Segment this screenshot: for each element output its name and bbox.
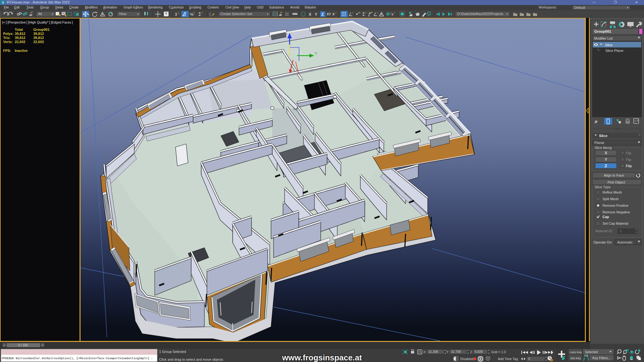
svg-text:?: ? xyxy=(193,11,195,14)
svg-text:?: ? xyxy=(178,12,179,15)
svg-text:X: X xyxy=(332,13,335,16)
svg-text:>: > xyxy=(42,344,43,347)
svg-text:?: ? xyxy=(201,11,203,14)
svg-text:1: 1 xyxy=(620,229,622,233)
svg-text:3: 3 xyxy=(2,1,4,4)
svg-text:?: ? xyxy=(394,12,395,14)
svg-text:?: ? xyxy=(365,11,367,14)
svg-text:?: ? xyxy=(335,12,336,15)
svg-text:Grid = 1.0: Grid = 1.0 xyxy=(491,350,506,354)
svg-text:Key Filters...: Key Filters... xyxy=(592,356,611,360)
svg-text:Y: Y xyxy=(605,157,607,162)
svg-text:3: 3 xyxy=(175,12,177,17)
svg-text:X:: X: xyxy=(423,350,426,354)
svg-text:Pick Object: Pick Object xyxy=(608,180,625,184)
svg-text:www.frogsinspace.at: www.frogsinspace.at xyxy=(282,353,362,362)
svg-text:Auto Key: Auto Key xyxy=(570,350,582,354)
svg-text:Flip: Flip xyxy=(626,164,632,168)
svg-text:PPDEBUG NitrousHandler.SetNitr: PPDEBUG NitrousHandler.SetNitrousOption(… xyxy=(2,357,153,360)
svg-text:Material ID:: Material ID: xyxy=(595,229,613,233)
svg-text:Z: Z xyxy=(291,30,292,34)
svg-text:<: < xyxy=(3,344,5,347)
svg-text:Remove Positive: Remove Positive xyxy=(602,204,629,207)
svg-text:Slice Type: Slice Type xyxy=(595,185,611,189)
svg-text:X: X xyxy=(309,12,311,17)
svg-text:Slice: Slice xyxy=(599,134,608,138)
svg-text:Y:: Y: xyxy=(446,350,449,354)
svg-text:{: { xyxy=(209,12,211,16)
svg-text:Slice Along: Slice Along xyxy=(595,146,612,150)
svg-text:Add Time Tag: Add Time Tag xyxy=(498,357,518,361)
svg-text:1 Group Selected: 1 Group Selected xyxy=(159,350,186,354)
svg-text:X: X xyxy=(605,151,607,155)
svg-text:Set Cap Material: Set Cap Material xyxy=(602,222,628,225)
svg-text:Disabled:: Disabled: xyxy=(460,357,474,361)
svg-text:Flip: Flip xyxy=(626,151,631,155)
svg-text:Cap: Cap xyxy=(602,215,609,219)
svg-text:Align to Face: Align to Face xyxy=(604,173,624,177)
svg-text:Automatic: Automatic xyxy=(617,240,633,244)
svg-text:?: ? xyxy=(359,11,361,14)
svg-text:Flip: Flip xyxy=(626,158,631,162)
svg-text:x: x xyxy=(391,13,393,16)
svg-text:5.828: 5.828 xyxy=(475,350,483,354)
svg-text:?: ? xyxy=(352,12,353,14)
svg-text:Modifier List: Modifier List xyxy=(594,36,613,40)
svg-text:Planar: Planar xyxy=(594,141,604,145)
svg-text:?: ? xyxy=(377,12,378,14)
svg-text:11.208: 11.208 xyxy=(429,350,438,354)
svg-text:Group001: Group001 xyxy=(594,30,611,33)
svg-text:0: 0 xyxy=(528,357,530,361)
svg-text:Z: Z xyxy=(321,12,324,17)
svg-text:Y: Y xyxy=(315,52,317,55)
svg-text:Y: Y xyxy=(315,12,317,17)
svg-text:Click and drag to select and m: Click and drag to select and move object… xyxy=(159,358,223,361)
svg-text:?: ? xyxy=(186,12,187,14)
svg-text:Slice Plane: Slice Plane xyxy=(605,49,624,52)
svg-text:Slice: Slice xyxy=(605,43,613,47)
svg-text:Z: Z xyxy=(605,164,607,168)
svg-text:XY: XY xyxy=(327,13,331,16)
svg-text:Z:: Z: xyxy=(470,350,473,354)
svg-text:Set Key: Set Key xyxy=(570,356,581,360)
svg-text:Refine Mesh: Refine Mesh xyxy=(602,190,622,194)
svg-text:11.708: 11.708 xyxy=(451,350,461,354)
svg-text:0 / 100: 0 / 100 xyxy=(18,343,28,347)
svg-text:Selected: Selected xyxy=(585,350,598,354)
svg-text:Remove Negative: Remove Negative xyxy=(602,210,630,214)
svg-text:0: 0 xyxy=(480,357,481,361)
svg-text:Operate On:: Operate On: xyxy=(593,240,613,244)
svg-text:Split Mesh: Split Mesh xyxy=(602,197,619,201)
